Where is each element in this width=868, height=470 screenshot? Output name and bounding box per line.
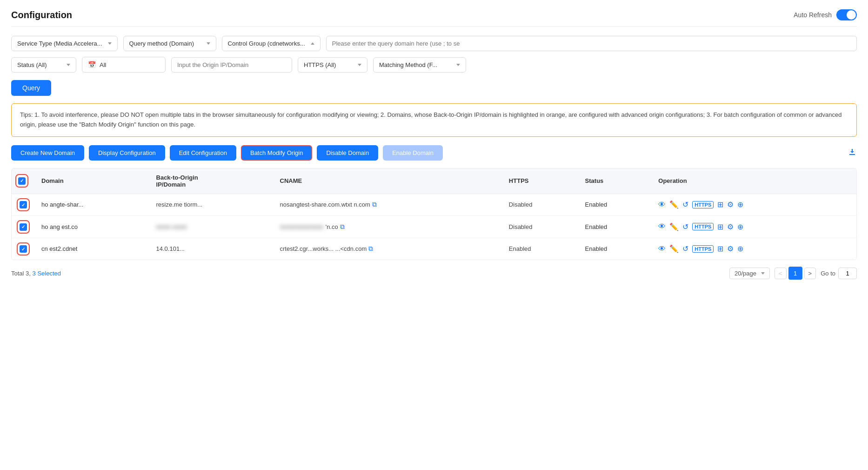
domain-search-input[interactable]: [326, 36, 857, 51]
https-badge[interactable]: HTTPS: [692, 201, 714, 208]
chevron-down-icon: [761, 272, 765, 275]
tree-icon[interactable]: ⚙: [727, 222, 734, 231]
enable-domain-button[interactable]: Enable Domain: [383, 145, 443, 161]
cname-col-header: CNAME: [274, 168, 502, 194]
table-row: cn est2.cdnet 14.0.101... crtest2.cgr...…: [12, 238, 856, 260]
domain-cell-3: cn est2.cdnet: [35, 238, 150, 260]
tree-icon[interactable]: ⚙: [727, 200, 734, 209]
cname-cell-1: nosangtest-share.com.wtxt n.com ⧉: [274, 194, 502, 216]
more-icon[interactable]: ⊕: [737, 200, 743, 209]
tips-box: Tips: 1. To avoid interference, please D…: [11, 103, 857, 137]
view-icon[interactable]: 👁: [658, 245, 666, 253]
https-cell-2: Disabled: [502, 216, 579, 238]
table-row: ho ang est.co ■■■■ ■■■■ ■■■■■■■■■■■■ 'n.…: [12, 216, 856, 238]
row-checkbox-2[interactable]: [20, 223, 27, 231]
origin-cell-3: 14.0.101...: [150, 238, 274, 260]
copy-icon[interactable]: ⧉: [372, 201, 377, 208]
https-col-header: HTTPS: [502, 168, 579, 194]
next-page-button[interactable]: >: [804, 268, 816, 279]
edit-icon[interactable]: ✏️: [669, 200, 679, 209]
total-info: Total 3, 3 Selected: [11, 270, 61, 277]
https-select[interactable]: HTTPS (All): [298, 57, 367, 73]
more-icon[interactable]: ⊕: [737, 244, 743, 253]
current-page: 1: [788, 267, 802, 280]
service-type-select[interactable]: Service Type (Media Accelera...: [11, 36, 118, 51]
cname-cell-3: crtest2.cgr...works... ...<cdn.com ⧉: [274, 238, 502, 260]
row-checkbox-1[interactable]: [20, 201, 27, 208]
chevron-down-icon: [108, 42, 112, 45]
domain-cell-1: ho angte-shar...: [35, 194, 150, 216]
https-badge[interactable]: HTTPS: [692, 223, 714, 230]
view-icon[interactable]: 👁: [658, 222, 666, 231]
batch-modify-origin-button[interactable]: Batch Modify Origin: [241, 145, 312, 161]
status-cell-2: Enabled: [579, 216, 652, 238]
tree-icon[interactable]: ⚙: [727, 244, 734, 253]
status-col-header: Status: [579, 168, 652, 194]
table-icon[interactable]: ⊞: [717, 222, 723, 231]
data-table: Domain Back-to-OriginIP/Domain CNAME HTT…: [11, 168, 857, 261]
https-cell-3: Enabled: [502, 238, 579, 260]
goto-input[interactable]: [838, 268, 857, 279]
chevron-down-icon: [207, 42, 210, 45]
page-title: Configuration: [11, 10, 72, 20]
control-group-select[interactable]: Control Group (cdnetworks...: [222, 36, 320, 51]
refresh-icon[interactable]: ↺: [682, 222, 688, 231]
query-method-select[interactable]: Query method (Domain): [123, 36, 216, 51]
domain-cell-2: ho ang est.co: [35, 216, 150, 238]
matching-method-select[interactable]: Matching Method (F...: [373, 57, 466, 73]
query-button[interactable]: Query: [11, 80, 51, 96]
row-checkbox-cell-1: [12, 194, 35, 216]
copy-icon[interactable]: ⧉: [340, 223, 345, 231]
chevron-down-icon: [67, 64, 70, 66]
domain-col-header: Domain: [35, 168, 150, 194]
auto-refresh-toggle[interactable]: [836, 9, 857, 20]
edit-icon[interactable]: ✏️: [669, 244, 679, 253]
status-cell-3: Enabled: [579, 238, 652, 260]
copy-icon[interactable]: ⧉: [368, 245, 373, 253]
refresh-icon[interactable]: ↺: [682, 200, 688, 209]
edit-configuration-button[interactable]: Edit Configuration: [170, 145, 236, 161]
disable-domain-button[interactable]: Disable Domain: [317, 145, 378, 161]
more-icon[interactable]: ⊕: [737, 222, 743, 231]
table-icon[interactable]: ⊞: [717, 244, 723, 253]
origin-ip-input[interactable]: [171, 57, 292, 73]
download-icon: [848, 147, 857, 156]
table-icon[interactable]: ⊞: [717, 200, 723, 209]
row-checkbox-3[interactable]: [20, 245, 27, 253]
ops-cell-3: 👁 ✏️ ↺ HTTPS ⊞ ⚙ ⊕: [652, 238, 856, 260]
edit-icon[interactable]: ✏️: [669, 222, 679, 231]
auto-refresh-container: Auto Refresh: [794, 9, 857, 20]
refresh-icon[interactable]: ↺: [682, 244, 688, 253]
ops-cell-1: 👁 ✏️ ↺ HTTPS ⊞ ⚙ ⊕: [652, 194, 856, 216]
origin-cell-2: ■■■■ ■■■■: [150, 216, 274, 238]
ops-cell-2: 👁 ✏️ ↺ HTTPS ⊞ ⚙ ⊕: [652, 216, 856, 238]
https-badge[interactable]: HTTPS: [692, 245, 714, 253]
filter-row-2: Status (All) 📅 All HTTPS (All) Matching …: [11, 57, 857, 73]
https-cell-1: Disabled: [502, 194, 579, 216]
date-picker[interactable]: 📅 All: [82, 57, 166, 73]
create-new-domain-button[interactable]: Create New Domain: [11, 145, 84, 161]
status-select[interactable]: Status (All): [11, 57, 76, 73]
origin-col-header: Back-to-OriginIP/Domain: [150, 168, 274, 194]
table-row: ho angte-shar... resize.me tiorm... nosa…: [12, 194, 856, 216]
prev-page-button[interactable]: <: [775, 268, 787, 279]
chevron-down-icon: [456, 64, 460, 66]
page-nav: < 1 >: [775, 267, 816, 280]
view-icon[interactable]: 👁: [658, 201, 666, 209]
filter-row-1: Service Type (Media Accelera... Query me…: [11, 36, 857, 51]
goto-section: Go to: [821, 268, 857, 279]
origin-cell-1: resize.me tiorm...: [150, 194, 274, 216]
calendar-icon: 📅: [88, 61, 96, 68]
cname-cell-2: ■■■■■■■■■■■■ 'n.co ⧉: [274, 216, 502, 238]
select-all-checkbox[interactable]: [18, 177, 26, 185]
row-checkbox-cell-2: [12, 216, 35, 238]
display-configuration-button[interactable]: Display Configuration: [89, 145, 165, 161]
footer-bar: Total 3, 3 Selected 20/page < 1 > Go to: [11, 267, 857, 280]
chevron-down-icon: [358, 64, 361, 66]
operation-col-header: Operation: [652, 168, 856, 194]
select-all-cell: [12, 168, 35, 194]
page-size-select[interactable]: 20/page: [729, 268, 770, 279]
row-checkbox-cell-3: [12, 238, 35, 260]
download-button[interactable]: [848, 147, 857, 159]
action-bar: Create New Domain Display Configuration …: [11, 145, 857, 161]
